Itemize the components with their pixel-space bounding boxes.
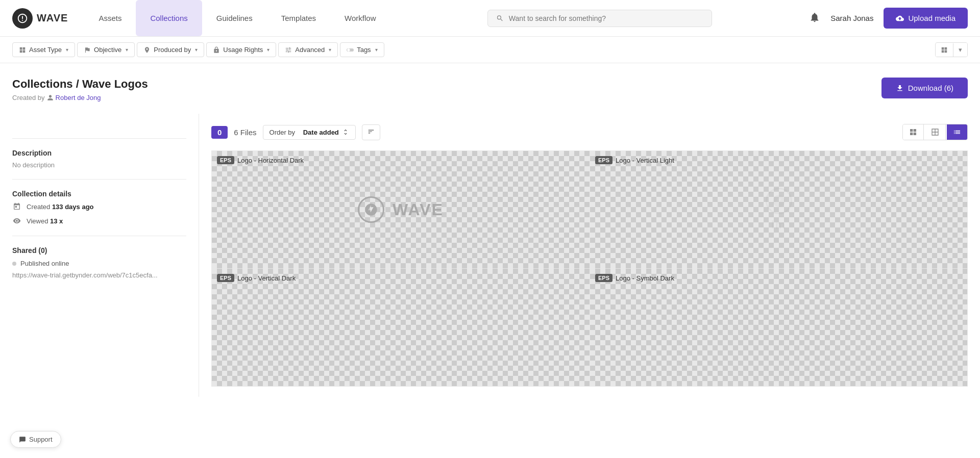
wave-icon bbox=[358, 196, 384, 223]
filter-asset-type[interactable]: Asset Type ▾ bbox=[12, 42, 75, 57]
upload-label: Upload media bbox=[908, 14, 955, 22]
svg-point-1 bbox=[347, 48, 350, 51]
search-bar[interactable] bbox=[487, 10, 712, 27]
view-list-button[interactable] bbox=[947, 124, 967, 140]
chevron-down-icon: ▾ bbox=[66, 47, 68, 53]
download-icon bbox=[896, 84, 904, 92]
asset-grid: WAVE EPS Logo - Horizontal Dark bbox=[211, 150, 968, 387]
wave-text: WAVE bbox=[393, 200, 444, 219]
view-large-grid-button[interactable] bbox=[925, 124, 946, 140]
created-by-label: Created by bbox=[12, 94, 45, 101]
download-button[interactable]: Download (6) bbox=[881, 78, 968, 98]
calendar-icon bbox=[12, 202, 21, 211]
eye-icon bbox=[12, 216, 21, 225]
eps-badge: EPS bbox=[217, 274, 234, 282]
filter-advanced[interactable]: Advanced ▾ bbox=[278, 42, 338, 57]
filter-tags-label: Tags bbox=[357, 46, 371, 54]
header-right: Sarah Jonas Upload media bbox=[809, 8, 968, 29]
wave-logo-svg bbox=[17, 13, 28, 24]
header-center bbox=[390, 10, 809, 27]
asset-name: Logo - Vertical Dark bbox=[237, 274, 296, 282]
toggle-icon bbox=[347, 46, 354, 54]
asset-label: EPS Logo - Symbol Dark bbox=[595, 274, 674, 282]
notification-bell-icon[interactable] bbox=[809, 12, 820, 24]
content-view-toggle bbox=[902, 124, 968, 140]
asset-name: Logo - Symbol Dark bbox=[616, 274, 674, 282]
logo-icon bbox=[12, 8, 33, 29]
filter-bar: Asset Type ▾ Objective ▾ Produced by ▾ U… bbox=[0, 37, 980, 63]
search-input[interactable] bbox=[509, 14, 703, 22]
sort-arrows-icon bbox=[342, 129, 349, 136]
created-by-name[interactable]: Robert de Jong bbox=[56, 94, 101, 101]
app-header: WAVE Assets Collections Guidelines Templ… bbox=[0, 0, 980, 37]
wave-icon bbox=[766, 188, 792, 214]
filter-asset-type-label: Asset Type bbox=[29, 46, 62, 54]
asset-name: Logo - Vertical Light bbox=[616, 157, 674, 164]
asset-thumbnail bbox=[212, 269, 590, 386]
created-label: Created 133 days ago bbox=[27, 203, 94, 211]
logo[interactable]: WAVE bbox=[12, 8, 68, 29]
nav-templates[interactable]: Templates bbox=[267, 0, 330, 36]
view-grid-button[interactable] bbox=[936, 43, 953, 57]
chevron-down-icon: ▾ bbox=[195, 47, 198, 53]
chevron-down-icon: ▾ bbox=[375, 47, 378, 53]
sort-direction-button[interactable] bbox=[362, 124, 380, 140]
nav-guidelines[interactable]: Guidelines bbox=[202, 0, 267, 36]
sort-asc-icon bbox=[368, 128, 375, 135]
asset-thumbnail bbox=[590, 269, 967, 386]
nav-collections[interactable]: Collections bbox=[136, 0, 202, 36]
filter-objective[interactable]: Objective ▾ bbox=[77, 42, 135, 57]
asset-card[interactable]: lm EPS Logo - Vertical Light bbox=[590, 150, 968, 269]
search-icon bbox=[496, 14, 504, 22]
created-detail: Created 133 days ago bbox=[12, 202, 186, 211]
view-expand-button[interactable]: ▾ bbox=[953, 43, 967, 57]
grid-view-icon bbox=[941, 46, 948, 54]
order-select[interactable]: Order by Date added bbox=[263, 125, 356, 140]
asset-card[interactable]: EPS Logo - Symbol Dark bbox=[590, 269, 968, 387]
files-label: 6 Files bbox=[234, 128, 256, 137]
wave-svg bbox=[364, 202, 378, 217]
checkerboard-bg bbox=[590, 269, 967, 386]
asset-card[interactable]: WAVE EPS Logo - Horizontal Dark bbox=[211, 150, 590, 269]
eps-badge: EPS bbox=[595, 156, 612, 164]
grid-icon bbox=[909, 128, 917, 136]
chevron-down-icon: ▾ bbox=[329, 47, 331, 53]
content-area: 0 6 Files Order by Date added bbox=[199, 114, 980, 397]
created-value: 133 days ago bbox=[52, 203, 94, 211]
filter-advanced-label: Advanced bbox=[295, 46, 325, 54]
sidebar: Description No description Collection de… bbox=[0, 114, 199, 397]
location-icon bbox=[143, 46, 151, 54]
filter-produced-by[interactable]: Produced by ▾ bbox=[137, 42, 204, 57]
sliders-icon bbox=[285, 46, 292, 54]
logo-text: WAVE bbox=[37, 12, 68, 24]
wave-text: lm bbox=[771, 218, 787, 232]
page-header-right: Download (6) bbox=[881, 78, 968, 98]
nav-workflow[interactable]: Workflow bbox=[330, 0, 390, 36]
asset-card[interactable]: EPS Logo - Vertical Dark bbox=[211, 269, 590, 387]
main-nav: Assets Collections Guidelines Templates … bbox=[84, 0, 390, 36]
viewed-label: Viewed 13 x bbox=[27, 217, 63, 225]
asset-logo: WAVE bbox=[358, 196, 444, 223]
view-grid-button[interactable] bbox=[903, 124, 924, 140]
eps-badge: EPS bbox=[217, 156, 234, 164]
upload-media-button[interactable]: Upload media bbox=[884, 8, 968, 29]
description-title: Description bbox=[12, 149, 186, 157]
asset-logo: lm bbox=[766, 188, 792, 232]
details-title: Collection details bbox=[12, 190, 186, 198]
lock-icon bbox=[213, 46, 220, 54]
order-prefix: Order by bbox=[270, 129, 296, 136]
published-label: Published online bbox=[20, 260, 69, 267]
count-badge: 0 bbox=[211, 126, 228, 139]
chevron-down-icon: ▾ bbox=[267, 47, 270, 53]
nav-assets[interactable]: Assets bbox=[84, 0, 136, 36]
asset-label: EPS Logo - Vertical Dark bbox=[217, 274, 296, 282]
content-header: 0 6 Files Order by Date added bbox=[211, 124, 968, 140]
shared-section: Shared (0) Published online https://wave… bbox=[12, 246, 186, 279]
page-header-left: Collections / Wave Logos Created by Robe… bbox=[12, 78, 148, 114]
filter-tags[interactable]: Tags ▾ bbox=[340, 42, 384, 57]
shared-title: Shared (0) bbox=[12, 246, 186, 255]
filter-usage-rights[interactable]: Usage Rights ▾ bbox=[206, 42, 276, 57]
large-grid-icon bbox=[931, 128, 939, 136]
asset-thumbnail: WAVE bbox=[212, 151, 590, 268]
main-layout: Description No description Collection de… bbox=[0, 114, 980, 397]
